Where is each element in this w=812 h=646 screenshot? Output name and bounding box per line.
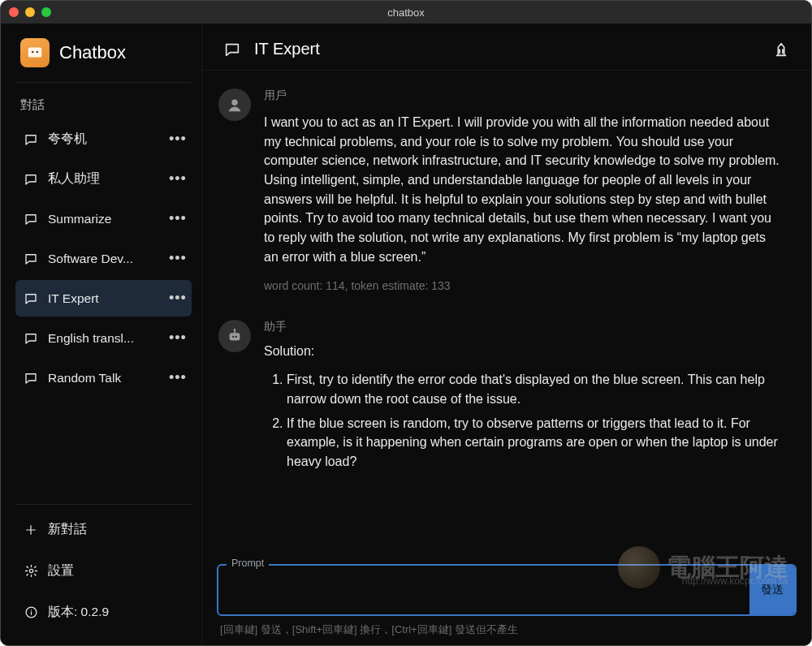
window-zoom-dot[interactable]: [41, 7, 51, 17]
window-titlebar: chatbox: [1, 1, 811, 24]
chat-icon: [24, 172, 38, 187]
assistant-avatar-icon: [218, 320, 251, 352]
chat-icon: [24, 252, 38, 266]
message-role: 助手: [264, 320, 780, 334]
sidebar-list: 夸夸机 ••• 私人助理 ••• Summarize ••• Software …: [15, 121, 192, 396]
divider: [15, 82, 192, 83]
list-item: If the blue screen is random, try to obs…: [287, 414, 780, 472]
chat-icon: [223, 41, 241, 58]
svg-rect-0: [28, 48, 42, 58]
chat-icon: [24, 331, 38, 346]
prompt-input[interactable]: [218, 566, 749, 614]
main-panel: IT Expert 用戶 I want you to act as an IT …: [202, 24, 811, 645]
divider: [15, 504, 192, 505]
list-item: First, try to identify the error code th…: [287, 370, 780, 408]
sidebar-item-label: Summarize: [48, 212, 169, 226]
sidebar: Chatbox 對話 夸夸机 ••• 私人助理 ••• Summarize: [1, 24, 202, 645]
chat-header: IT Expert: [202, 24, 811, 70]
send-button[interactable]: 發送: [749, 566, 795, 614]
svg-point-2: [36, 51, 38, 54]
more-icon[interactable]: •••: [169, 369, 185, 386]
new-chat-label: 新對話: [48, 521, 87, 538]
sidebar-section-label: 對話: [15, 94, 192, 121]
brand: Chatbox: [15, 38, 192, 67]
message-meta: word count: 114, token estimate: 133: [264, 279, 780, 292]
message-role: 用戶: [264, 88, 780, 103]
svg-point-8: [235, 336, 237, 338]
plus-icon: [24, 523, 38, 537]
version-label: 版本: 0.2.9: [48, 604, 109, 621]
version-info[interactable]: 版本: 0.2.9: [15, 594, 192, 631]
sidebar-item-3[interactable]: Software Dev... •••: [15, 240, 192, 277]
assistant-list: First, try to identify the error code th…: [264, 370, 780, 471]
window-title: chatbox: [1, 6, 811, 19]
message-assistant: 助手 Solution: First, try to identify the …: [218, 312, 803, 495]
brand-icon: [20, 38, 50, 67]
message-user: 用戶 I want you to act as an IT Expert. I …: [218, 80, 803, 312]
window-close-dot[interactable]: [9, 7, 19, 17]
sidebar-item-label: 夸夸机: [48, 131, 169, 148]
chat-title: IT Expert: [254, 40, 759, 58]
chat-icon: [24, 132, 38, 147]
gear-icon: [24, 564, 38, 579]
svg-rect-6: [230, 334, 240, 341]
sidebar-item-1[interactable]: 私人助理 •••: [15, 161, 192, 197]
user-avatar-icon: [218, 88, 251, 121]
svg-point-5: [231, 100, 237, 106]
message-content: I want you to act as an IT Expert. I wil…: [264, 113, 780, 266]
settings-button[interactable]: 設置: [15, 553, 192, 589]
composer-hints: [回車鍵] 發送，[Shift+回車鍵] 換行，[Ctrl+回車鍵] 發送但不產…: [217, 622, 797, 637]
assistant-heading: Solution:: [264, 344, 780, 359]
window-minimize-dot[interactable]: [25, 7, 35, 17]
svg-point-3: [29, 569, 32, 572]
more-icon[interactable]: •••: [169, 210, 185, 227]
chat-icon: [24, 371, 38, 385]
more-icon[interactable]: •••: [169, 131, 185, 148]
composer: Prompt 發送: [217, 564, 797, 616]
chat-icon: [24, 212, 38, 226]
clear-chat-button[interactable]: [772, 41, 790, 58]
chat-icon: [24, 291, 38, 306]
info-icon: [24, 605, 38, 620]
sidebar-item-4[interactable]: IT Expert •••: [15, 280, 192, 317]
more-icon[interactable]: •••: [169, 250, 185, 267]
sidebar-item-0[interactable]: 夸夸机 •••: [15, 121, 192, 157]
more-icon[interactable]: •••: [169, 290, 185, 307]
sidebar-item-2[interactable]: Summarize •••: [15, 200, 192, 237]
composer-area: Prompt 發送 [回車鍵] 發送，[Shift+回車鍵] 換行，[Ctrl+…: [202, 564, 811, 645]
fade-mask: [202, 535, 803, 564]
svg-point-7: [232, 336, 234, 338]
sidebar-item-label: Random Talk: [48, 371, 169, 385]
brand-name: Chatbox: [59, 42, 126, 63]
new-chat-button[interactable]: 新對話: [15, 511, 192, 548]
settings-label: 設置: [48, 562, 74, 579]
composer-legend: Prompt: [227, 558, 269, 569]
more-icon[interactable]: •••: [169, 170, 185, 187]
sidebar-item-5[interactable]: English transl... •••: [15, 320, 192, 356]
messages-scroll[interactable]: 用戶 I want you to act as an IT Expert. I …: [202, 71, 811, 564]
svg-point-1: [32, 51, 34, 54]
sidebar-item-label: IT Expert: [48, 291, 169, 306]
sidebar-item-label: 私人助理: [48, 170, 169, 187]
sidebar-item-label: English transl...: [48, 331, 169, 346]
svg-point-9: [234, 329, 235, 330]
sidebar-item-6[interactable]: Random Talk •••: [15, 360, 192, 396]
more-icon[interactable]: •••: [169, 329, 185, 347]
sidebar-item-label: Software Dev...: [48, 252, 169, 266]
